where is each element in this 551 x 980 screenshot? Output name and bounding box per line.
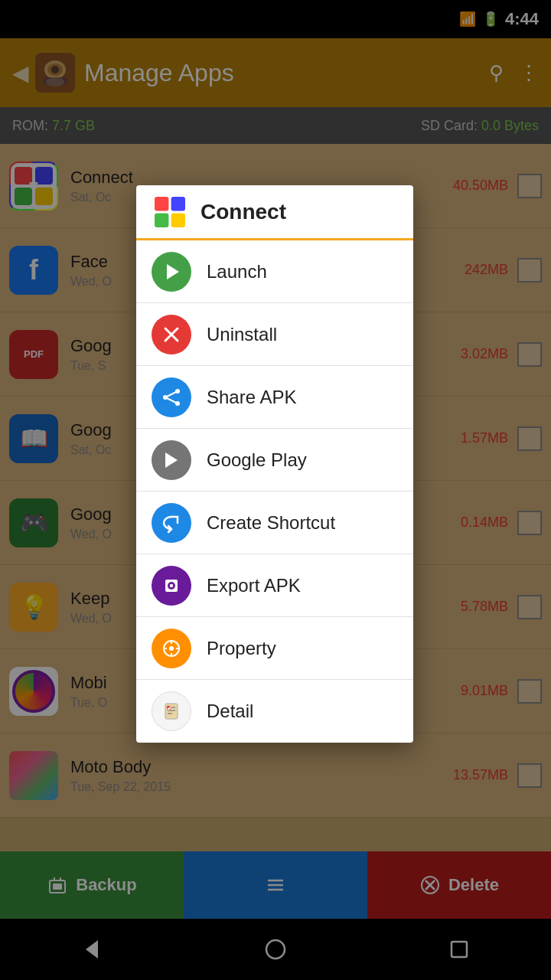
svg-point-30 [169, 646, 174, 651]
svg-marker-25 [165, 452, 178, 468]
menu-item-googleplay[interactable]: Google Play [136, 429, 413, 492]
detail-icon [152, 691, 191, 731]
menu-item-detail[interactable]: Detail [136, 680, 413, 743]
svg-line-23 [165, 391, 178, 397]
export-apk-icon [152, 566, 191, 606]
launch-icon [152, 252, 191, 292]
menu-item-shortcut[interactable]: Create Shortcut [136, 492, 413, 554]
menu-item-label-exportapk: Export APK [207, 575, 301, 596]
google-play-icon [152, 440, 191, 480]
menu-item-label-googleplay: Google Play [207, 449, 307, 471]
menu-item-label-shareapk: Share APK [207, 387, 296, 408]
svg-line-24 [165, 397, 178, 403]
menu-header-title: Connect [201, 200, 286, 224]
menu-item-label-shortcut: Create Shortcut [207, 512, 335, 534]
property-icon [152, 629, 191, 668]
share-apk-icon [152, 377, 191, 417]
menu-item-exportapk[interactable]: Export APK [136, 554, 413, 617]
svg-rect-16 [171, 213, 185, 227]
menu-item-shareapk[interactable]: Share APK [136, 366, 413, 429]
svg-rect-15 [155, 213, 168, 227]
menu-header: Connect [136, 185, 413, 240]
svg-rect-35 [165, 704, 178, 719]
context-menu: Connect Launch Uninstall [136, 185, 413, 743]
svg-rect-28 [170, 584, 173, 587]
menu-item-label-uninstall: Uninstall [207, 324, 277, 345]
shortcut-icon [152, 503, 191, 543]
menu-item-property[interactable]: Property [136, 617, 413, 680]
svg-rect-14 [171, 197, 185, 211]
menu-item-label-property: Property [207, 638, 276, 659]
uninstall-icon [152, 315, 191, 354]
menu-item-launch[interactable]: Launch [136, 240, 413, 303]
menu-item-label-launch: Launch [207, 261, 267, 283]
menu-header-app-icon [152, 194, 188, 230]
svg-marker-17 [167, 264, 179, 279]
menu-item-uninstall[interactable]: Uninstall [136, 303, 413, 366]
svg-rect-13 [155, 197, 168, 211]
menu-item-label-detail: Detail [207, 701, 253, 722]
